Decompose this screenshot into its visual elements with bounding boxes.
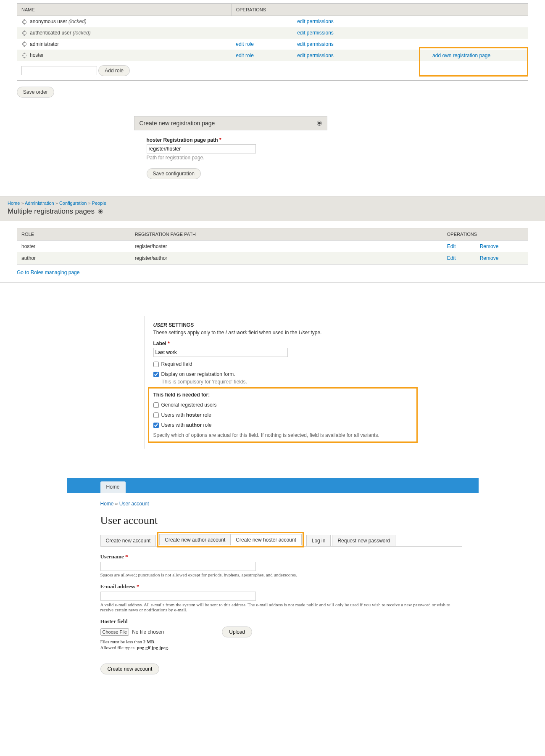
drag-icon[interactable]: [21, 53, 27, 58]
bc-user-account[interactable]: User account: [119, 501, 149, 507]
remove-link[interactable]: Remove: [480, 243, 499, 249]
table-row: anonymous user (locked) edit permissions: [17, 16, 528, 27]
tab-login[interactable]: Log in: [306, 535, 331, 546]
add-role-row: Add role: [17, 61, 528, 81]
roles-table: NAME OPERATIONS anonymous user (locked) …: [17, 3, 528, 81]
table-row: hoster register/hoster Edit Remove: [17, 241, 528, 253]
label-label: Label *: [153, 341, 413, 346]
role-name: administrator: [30, 41, 59, 47]
author-role-checkbox[interactable]: [153, 423, 159, 428]
col-name-header: NAME: [17, 4, 232, 16]
remove-link[interactable]: Remove: [480, 255, 499, 261]
spec-hint: Specify which of options are actual for …: [153, 432, 412, 438]
email-input[interactable]: [100, 592, 256, 601]
path-label: hoster Registration page path *: [147, 137, 327, 143]
role-name: anonymous user: [30, 19, 67, 24]
create-account-button[interactable]: Create new account: [100, 663, 160, 674]
save-order-button[interactable]: Save order: [17, 87, 54, 98]
needed-for-header: This field is needed for:: [153, 392, 412, 398]
file-size-hint: Files must be less than 2 MB.: [100, 639, 462, 644]
path-cell: register/hoster: [131, 241, 443, 253]
tab-create-author[interactable]: Create new author account: [159, 534, 231, 545]
general-users-label: General registered users: [161, 402, 217, 408]
bc-home[interactable]: Home: [100, 501, 114, 507]
user-settings-heading: USER SETTINGS: [153, 322, 413, 328]
role-name: authenticated user: [30, 30, 71, 36]
col-path-header: REGISTRATION PAGE PATH: [131, 228, 443, 241]
create-reg-page-title: Create new registration page: [140, 120, 215, 127]
display-label: Display on user registration form.: [161, 371, 235, 377]
highlight-needed-for: This field is needed for: General regist…: [148, 387, 418, 443]
highlight-role-tabs: Create new author account Create new hos…: [157, 532, 304, 547]
role-cell: author: [17, 252, 131, 264]
edit-role-link[interactable]: edit role: [236, 53, 254, 58]
new-role-input[interactable]: [21, 66, 97, 75]
hoster-field-label: Hoster field: [100, 618, 462, 625]
bc-home[interactable]: Home: [8, 201, 20, 206]
edit-permissions-link[interactable]: edit permissions: [297, 41, 334, 47]
edit-permissions-link[interactable]: edit permissions: [297, 19, 334, 24]
file-chosen-label: No file chosen: [132, 629, 164, 635]
email-label: E-mail address *: [100, 583, 462, 590]
col-role-header: ROLE: [17, 228, 131, 241]
path-input[interactable]: [147, 144, 256, 153]
tab-create-account[interactable]: Create new account: [100, 535, 156, 546]
drag-icon[interactable]: [21, 30, 27, 36]
locked-label: (locked): [68, 19, 87, 24]
edit-permissions-link[interactable]: edit permissions: [297, 30, 334, 36]
save-config-button[interactable]: Save configuration: [147, 168, 201, 179]
col-ops-header: OPERATIONS: [443, 228, 528, 241]
hoster-role-checkbox[interactable]: [153, 412, 159, 418]
display-reg-checkbox[interactable]: [153, 372, 159, 377]
locked-label: (locked): [73, 30, 91, 36]
table-row: hoster edit role edit permissions add ow…: [17, 50, 528, 61]
top-nav-bar: Home: [67, 478, 479, 493]
tab-home[interactable]: Home: [100, 481, 126, 493]
role-cell: hoster: [17, 241, 131, 253]
user-settings-desc: These settings apply only to the Last wo…: [153, 330, 413, 336]
drag-icon[interactable]: [21, 41, 27, 47]
reg-pages-table: ROLE REGISTRATION PAGE PATH OPERATIONS h…: [17, 228, 528, 264]
table-row: author register/author Edit Remove: [17, 252, 528, 264]
add-own-reg-page-link[interactable]: add own registration page: [432, 53, 490, 58]
table-row: authenticated user (locked) edit permiss…: [17, 27, 528, 39]
author-role-label: Users with author role: [161, 422, 212, 428]
bc-admin[interactable]: Administration: [25, 201, 54, 206]
circle-icon: [98, 209, 103, 214]
add-role-button[interactable]: Add role: [98, 65, 130, 76]
bc-people[interactable]: People: [92, 201, 106, 206]
path-cell: register/author: [131, 252, 443, 264]
email-hint: A valid e-mail address. All e-mails from…: [100, 602, 462, 612]
edit-permissions-link[interactable]: edit permissions: [297, 53, 334, 58]
breadcrumb: Home » User account: [100, 501, 462, 507]
required-checkbox[interactable]: [153, 362, 159, 367]
username-hint: Spaces are allowed; punctuation is not a…: [100, 572, 462, 577]
bc-config[interactable]: Configuration: [59, 201, 87, 206]
display-hint: This is compulsory for 'required' fields…: [162, 379, 413, 385]
edit-role-link[interactable]: edit role: [236, 41, 254, 47]
username-label: Username *: [100, 553, 462, 560]
drag-icon[interactable]: [21, 19, 27, 25]
manage-roles-link[interactable]: Go to Roles managing page: [17, 270, 79, 275]
username-input[interactable]: [100, 562, 256, 571]
page-title: Multiple registrations pages: [8, 207, 537, 216]
hoster-role-label: Users with hoster role: [161, 412, 211, 418]
page-title: User account: [100, 514, 462, 527]
allowed-types-hint: Allowed file types: png gif jpg jpeg.: [100, 645, 462, 650]
breadcrumb: Home » Administration » Configuration » …: [8, 201, 537, 206]
label-input[interactable]: [153, 348, 288, 357]
circle-icon: [317, 121, 322, 126]
general-users-checkbox[interactable]: [153, 402, 159, 408]
tab-create-hoster[interactable]: Create new hoster account: [231, 534, 301, 545]
required-label: Required field: [161, 361, 192, 367]
account-tabs: Create new account Create new author acc…: [100, 532, 462, 547]
edit-link[interactable]: Edit: [447, 243, 456, 249]
path-hint: Path for registration page.: [147, 155, 327, 161]
upload-button[interactable]: Upload: [222, 626, 252, 637]
edit-link[interactable]: Edit: [447, 255, 456, 261]
tab-request-password[interactable]: Request new password: [332, 535, 395, 546]
accordion-header[interactable]: Create new registration page: [134, 116, 327, 130]
col-ops-header: OPERATIONS: [232, 4, 528, 16]
choose-file-button[interactable]: Choose File: [100, 628, 129, 636]
table-row: administrator edit role edit permissions: [17, 39, 528, 50]
